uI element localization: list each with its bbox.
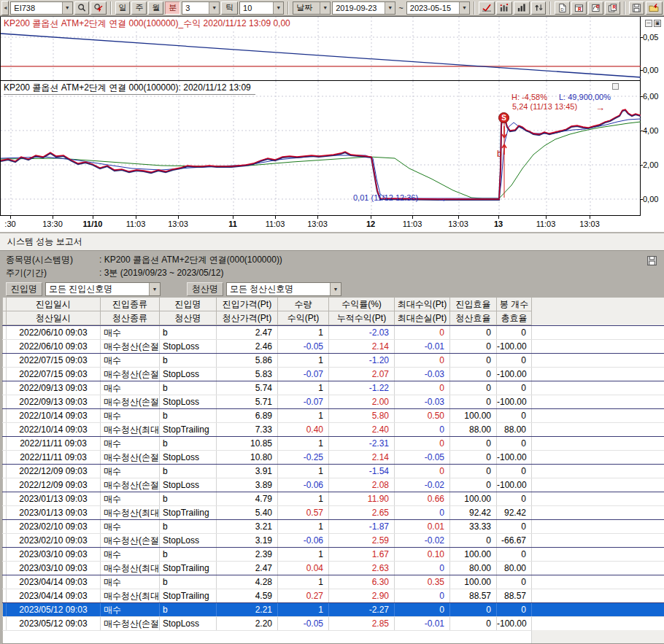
trade-exit-row[interactable]: 2023/05/12 09:03매수청산(손절StopLoss2.20-0.05…: [2, 616, 664, 630]
collapse-left-icon[interactable]: ◂: [1, 1, 9, 15]
chevron-down-icon[interactable]: ▼: [273, 2, 283, 14]
chevron-down-icon[interactable]: ▼: [330, 283, 341, 295]
trade-cell: -100.00: [497, 617, 532, 630]
search-jump-button[interactable]: [90, 1, 107, 15]
trade-cell: -1.20: [329, 354, 395, 367]
symbol-combo[interactable]: EI738 ▼: [10, 1, 72, 15]
trade-entry-row[interactable]: 2022/11/11 09:03매수b10.851-2.31000: [2, 436, 664, 450]
trade-cell: -0.03: [395, 395, 450, 408]
chevron-down-icon[interactable]: ▼: [209, 2, 219, 14]
save-button[interactable]: [629, 1, 644, 15]
trade-cell: 2.08: [329, 478, 395, 492]
trade-entry-row[interactable]: 2023/03/10 09:03매수b2.3911.670.10100.000: [2, 547, 664, 561]
profit-panel[interactable]: KP200 콜옵션 ATM+2단계 연결 000(100000)_수익 2020…: [1, 17, 641, 81]
save-report-button[interactable]: [646, 255, 657, 268]
x-tick-label: 11:03: [126, 220, 146, 228]
report-window-button[interactable]: R: [571, 1, 587, 15]
trade-exit-row[interactable]: 2022/06/10 09:03매수청산(손절StopLoss2.46-0.05…: [2, 339, 664, 353]
entry-filter-combo[interactable]: 모든 진입신호명 ▼: [45, 282, 161, 296]
buy-signal-marker[interactable]: b: [497, 149, 502, 159]
period-week-button[interactable]: 주: [131, 1, 147, 15]
date-from-combo[interactable]: 2019-09-23 ▼: [332, 1, 395, 15]
price-panel[interactable]: KP200 콜옵션 ATM+2단계 연결 000(100000): 2020/1…: [1, 81, 641, 216]
trade-cell: 1: [278, 409, 329, 422]
restore-icon[interactable]: ▣: [654, 20, 661, 27]
trade-cell: 1: [278, 326, 329, 339]
x-tick-label: 13:03: [448, 220, 468, 228]
trade-cell: 2022/10/14 09:03: [7, 409, 101, 422]
date-mode-combo[interactable]: 날짜 ▼: [293, 1, 331, 15]
trade-entry-row[interactable]: 2023/04/14 09:03매수b4.2816.300.35100.000: [2, 575, 664, 589]
tick-button[interactable]: 틱: [221, 1, 238, 15]
minute-interval-combo[interactable]: 3 ▼: [182, 1, 220, 15]
chevron-down-icon[interactable]: ▼: [459, 2, 469, 14]
trade-cell: b: [160, 354, 217, 367]
open-folder-button[interactable]: [646, 1, 663, 15]
y-tick-label: 6,00: [643, 92, 658, 101]
chevron-down-icon[interactable]: ▼: [320, 2, 330, 14]
trade-entry-row[interactable]: 2022/09/13 09:03매수b5.741-1.22000: [2, 381, 664, 395]
copy-report-button[interactable]: R: [605, 1, 620, 15]
trade-cell: 2022/07/15 09:03: [7, 354, 101, 367]
trade-exit-row[interactable]: 2022/10/14 09:03매수청산(최대StopTrailing7.330…: [2, 422, 664, 436]
x-tick-label: :30: [4, 220, 15, 228]
trade-entry-row[interactable]: 2022/10/14 09:03매수b6.8915.800.50100.000: [2, 408, 664, 422]
signal-chart-button[interactable]: [496, 1, 512, 15]
trade-cell: 2022/06/10 09:03: [7, 326, 101, 339]
trade-cell: 1: [278, 381, 329, 395]
trade-cell: 5.83: [217, 368, 278, 381]
period-day-button[interactable]: 일: [115, 1, 131, 15]
trade-entry-row[interactable]: 2023/01/13 09:03매수b4.79111.900.66100.000: [2, 492, 664, 505]
trade-exit-row[interactable]: 2022/11/11 09:03매수청산(손절StopLoss10.80-0.2…: [2, 450, 664, 464]
trade-exit-row[interactable]: 2022/09/13 09:03매수청산(손절StopLoss5.71-0.07…: [2, 395, 664, 408]
trade-cell: 0: [497, 326, 532, 339]
period-minute-button[interactable]: 분: [165, 1, 180, 15]
minimize-icon[interactable]: ─: [645, 20, 652, 27]
volume-chart-button[interactable]: [514, 1, 530, 15]
exit-filter-combo[interactable]: 모든 청산신호명 ▼: [226, 282, 341, 296]
date-to-combo[interactable]: 2023-05-15 ▼: [406, 1, 470, 15]
trade-exit-row[interactable]: 2022/07/15 09:03매수청산(손절StopLoss5.83-0.07…: [2, 367, 664, 381]
signal-bars-icon: [499, 3, 509, 12]
trade-cell: -0.01: [395, 340, 450, 353]
chart-area[interactable]: KP200 콜옵션 ATM+2단계 연결 000(100000)_수익 2020…: [0, 16, 664, 232]
refresh-report-button[interactable]: R: [588, 1, 603, 15]
bar-chart-icon: [517, 3, 527, 12]
trade-cell: 2.90: [329, 589, 395, 602]
period-month-button[interactable]: 월: [148, 1, 163, 15]
x-tick-label: 12: [366, 220, 375, 228]
copy-report-icon: R: [608, 3, 617, 13]
trade-cell: 2022/12/09 09:03: [7, 465, 101, 478]
trade-entry-row[interactable]: 2022/06/10 09:03매수b2.471-2.03000: [2, 325, 664, 339]
line-chart-check-button[interactable]: [479, 1, 495, 15]
panel-maximize-icon[interactable]: [612, 83, 619, 90]
trade-entry-row[interactable]: 2023/05/12 09:03매수b2.211-2.27000: [2, 602, 664, 616]
column-header: 진입명: [160, 298, 217, 311]
x-tick-mark: [546, 216, 547, 219]
trade-cell: 88.57: [497, 589, 532, 602]
trade-entry-row[interactable]: 2023/02/10 09:03매수b3.211-1.870.0133.330: [2, 519, 664, 533]
trade-entry-row[interactable]: 2022/07/15 09:03매수b5.861-1.20000: [2, 353, 664, 367]
trade-exit-row[interactable]: 2023/02/10 09:03매수청산(손절StopLoss3.19-0.06…: [2, 533, 664, 547]
trade-exit-row[interactable]: 2022/12/09 09:03매수청산(손절StopLoss3.89-0.06…: [2, 478, 664, 492]
trade-cell: -100.00: [497, 340, 532, 353]
trade-exit-row[interactable]: 2023/01/13 09:03매수청산(최대StopTrailing5.400…: [2, 505, 664, 519]
tick-count-combo[interactable]: 10 ▼: [239, 1, 284, 15]
price-line-shadow: [1, 110, 641, 200]
sort-updown-button[interactable]: [531, 1, 547, 15]
new-report-button[interactable]: D: [555, 1, 570, 15]
column-header: 최대수익(Pt): [395, 298, 450, 311]
chevron-down-icon[interactable]: ▼: [62, 2, 72, 14]
chevron-down-icon[interactable]: ▼: [385, 2, 395, 14]
trade-entry-row[interactable]: 2022/12/09 09:03매수b3.911-1.54000: [2, 464, 664, 478]
search-button[interactable]: [74, 1, 89, 15]
trade-exit-row[interactable]: 2023/03/10 09:03매수청산(최대StopTrailing2.470…: [2, 561, 664, 575]
trade-exit-row[interactable]: 2023/04/14 09:03매수청산(최대StopTrailing4.590…: [2, 589, 664, 602]
trade-cell: 88.00: [450, 423, 497, 436]
trade-cell: 매수: [101, 492, 160, 505]
x-tick-label: 11/10: [83, 220, 103, 228]
chevron-down-icon[interactable]: ▼: [149, 283, 160, 295]
sell-signal-marker[interactable]: S: [498, 112, 509, 123]
chart-plot[interactable]: KP200 콜옵션 ATM+2단계 연결 000(100000)_수익 2020…: [0, 17, 641, 216]
trade-cell: 100.00: [450, 548, 497, 561]
